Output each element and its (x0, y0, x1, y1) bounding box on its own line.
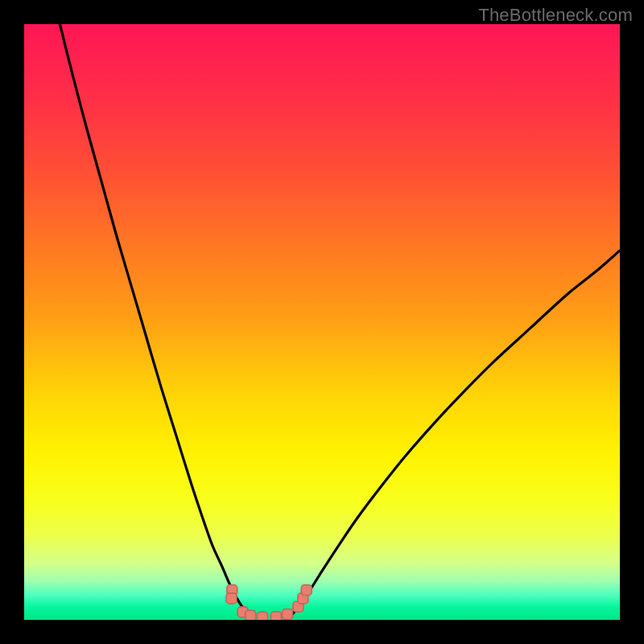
curve-right-branch (292, 250, 620, 614)
marker-dot (301, 585, 312, 596)
marker-dot (271, 612, 282, 620)
marker-dot (246, 610, 256, 620)
chart-frame: TheBottleneck.com (0, 0, 644, 644)
plot-area (24, 24, 620, 620)
curve-left-branch (60, 24, 248, 614)
curve-layer (24, 24, 620, 620)
marker-dot (283, 609, 293, 619)
watermark-text: TheBottleneck.com (478, 5, 633, 26)
marker-dot (258, 612, 268, 620)
marker-dot (226, 593, 237, 604)
